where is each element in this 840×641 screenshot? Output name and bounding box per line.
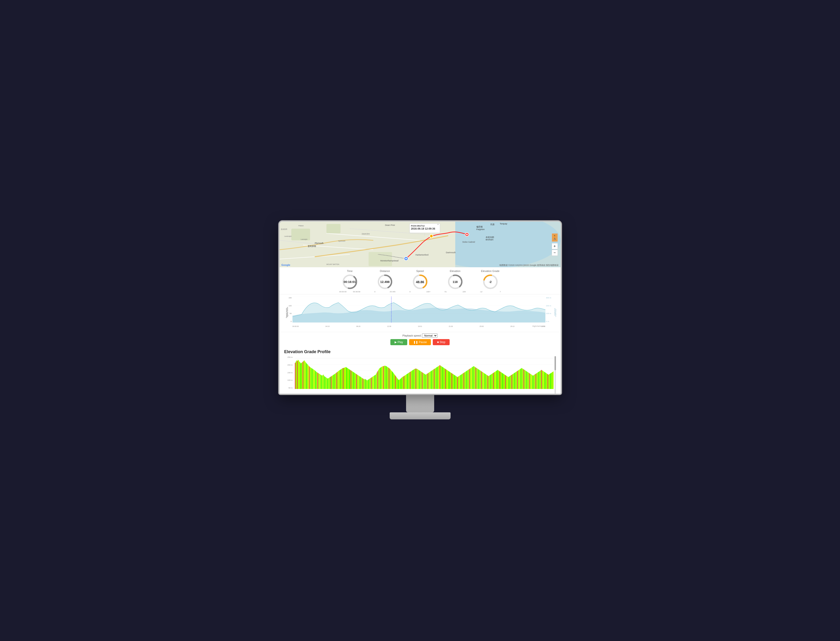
playback-speed-select[interactable]: Normal (422, 333, 438, 338)
svg-rect-399 (532, 375, 533, 389)
svg-rect-144 (352, 371, 353, 389)
svg-rect-185 (381, 367, 381, 389)
play-button[interactable]: ▶ Play (390, 339, 407, 345)
svg-rect-317 (474, 367, 475, 389)
svg-text:Dean Prior: Dean Prior (385, 224, 395, 226)
svg-rect-258 (432, 370, 433, 389)
svg-rect-140 (349, 369, 350, 389)
gauge-elevation: Elevation 118 51 228 (445, 270, 466, 293)
svg-rect-164 (366, 380, 367, 389)
svg-rect-243 (422, 372, 422, 389)
svg-rect-216 (403, 377, 404, 389)
svg-rect-326 (480, 371, 481, 389)
svg-text:2016-06-18 12:09:36: 2016-06-18 12:09:36 (411, 227, 435, 230)
svg-rect-63 (295, 363, 296, 389)
scrollbar[interactable] (554, 356, 556, 394)
svg-rect-309 (468, 369, 469, 389)
svg-rect-225 (409, 372, 410, 389)
stop-button[interactable]: ■ Stop (433, 339, 449, 345)
svg-rect-145 (353, 372, 354, 389)
svg-rect-188 (383, 366, 384, 389)
svg-rect-94 (317, 372, 317, 389)
svg-rect-173 (372, 377, 373, 389)
svg-text:Dartmouth: Dartmouth (446, 251, 456, 254)
svg-rect-343 (492, 373, 493, 389)
svg-rect-214 (401, 377, 402, 389)
svg-rect-124 (338, 371, 338, 389)
svg-rect-350 (497, 370, 498, 389)
svg-rect-329 (482, 372, 483, 389)
svg-rect-377 (516, 371, 517, 389)
svg-rect-205 (395, 375, 396, 389)
playback-buttons: ▶ Play ❚❚ Pause ■ Stop (281, 339, 559, 345)
svg-rect-297 (460, 375, 460, 389)
svg-text:Brixham: Brixham (486, 238, 493, 241)
svg-rect-89 (313, 369, 314, 389)
playback-speed-label: Playback speed: Normal (281, 333, 559, 338)
svg-rect-129 (341, 369, 342, 389)
chart-x-axis: 00:00:00 04:10 08:20 12:30 16:01 21:00 2… (292, 323, 545, 327)
gauge-elevation-circle: 118 (447, 273, 464, 290)
svg-rect-158 (362, 378, 362, 389)
svg-rect-137 (347, 368, 348, 389)
svg-rect-397 (530, 374, 531, 389)
svg-rect-405 (536, 373, 537, 389)
svg-rect-68 (298, 361, 299, 389)
svg-rect-267 (439, 366, 439, 389)
person-icon[interactable]: 🚶 (552, 234, 558, 242)
svg-rect-364 (507, 377, 508, 389)
svg-rect-422 (548, 375, 549, 389)
zoom-out-button[interactable]: − (552, 250, 558, 256)
svg-rect-261 (435, 369, 435, 389)
svg-rect-277 (446, 369, 446, 389)
svg-rect-121 (336, 373, 336, 389)
svg-rect-401 (533, 375, 534, 389)
svg-rect-332 (485, 374, 485, 389)
pause-button[interactable]: ❚❚ Pause (409, 339, 431, 345)
gauge-time-sub: 00:00:00 00:36:58 (339, 291, 360, 293)
svg-text:Pillaton: Pillaton (298, 225, 304, 227)
svg-rect-322 (478, 369, 478, 389)
svg-rect-373 (514, 373, 514, 389)
svg-rect-202 (393, 373, 393, 389)
svg-rect-389 (525, 370, 525, 389)
svg-rect-138 (348, 369, 349, 389)
svg-rect-81 (307, 365, 308, 389)
svg-rect-168 (369, 379, 370, 389)
svg-rect-416 (544, 372, 544, 389)
svg-rect-147 (354, 373, 355, 389)
svg-text:MOUNT BATTEN: MOUNT BATTEN (326, 264, 339, 265)
scrollbar-thumb[interactable] (554, 356, 556, 370)
svg-rect-139 (349, 369, 349, 389)
svg-rect-290 (455, 375, 456, 389)
svg-rect-235 (416, 369, 417, 389)
svg-rect-226 (410, 372, 410, 389)
svg-rect-125 (338, 371, 339, 389)
svg-rect-412 (541, 370, 542, 389)
svg-rect-404 (535, 374, 536, 389)
svg-rect-248 (425, 375, 426, 389)
svg-rect-221 (406, 374, 407, 389)
svg-rect-212 (400, 379, 401, 389)
svg-rect-73 (302, 362, 302, 389)
svg-rect-201 (392, 372, 393, 389)
svg-rect-382 (520, 369, 520, 389)
svg-rect-403 (535, 374, 535, 389)
elevation-section: Elevation Grade Profile 250 m 200 m 150 … (279, 346, 561, 394)
svg-point-17 (466, 234, 468, 235)
svg-rect-302 (464, 373, 464, 389)
svg-rect-66 (297, 361, 298, 389)
svg-rect-209 (397, 379, 398, 389)
zoom-in-button[interactable]: + (552, 243, 558, 249)
svg-rect-368 (510, 375, 511, 389)
svg-rect-339 (489, 375, 490, 389)
svg-rect-366 (509, 377, 509, 389)
svg-rect-151 (357, 375, 358, 389)
svg-rect-218 (404, 375, 405, 389)
svg-rect-388 (524, 370, 525, 389)
svg-rect-286 (452, 374, 453, 389)
svg-text:Sparkwell: Sparkwell (338, 240, 346, 242)
svg-rect-77 (305, 361, 305, 389)
svg-rect-172 (372, 377, 372, 389)
svg-rect-385 (522, 369, 523, 389)
